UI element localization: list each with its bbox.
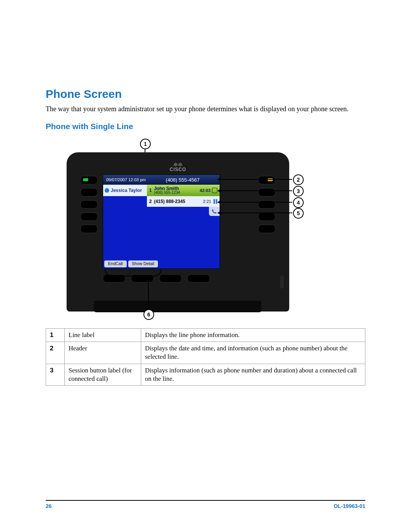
phone-base (94, 301, 261, 312)
legend-table: 1 Line label Displays the line phone inf… (46, 328, 365, 385)
screen-header: 09/07/2007 12:03 pm (408) 555-4567 (103, 175, 220, 185)
lead-3 (220, 190, 292, 191)
arrow-4 (217, 200, 221, 204)
line-button-3[interactable] (80, 200, 98, 209)
heading-single-line: Phone with Single Line (46, 122, 365, 131)
cisco-logo-text: CISCO (170, 167, 186, 172)
table-row: 2 Header Displays the date and time, and… (46, 342, 365, 364)
legend-desc: Displays information (such as phone numb… (141, 364, 365, 385)
table-row: 3 Session button label (for connected ca… (46, 364, 365, 385)
lead-2 (220, 179, 292, 180)
line-button-4[interactable] (80, 212, 98, 221)
callout-3: 3 (293, 186, 304, 197)
softkey-button-4[interactable] (187, 274, 210, 283)
session-index: 1 (149, 188, 152, 193)
legend-desc: Displays the line phone information. (141, 329, 365, 342)
legend-desc: Displays the date and time, and informat… (141, 342, 365, 364)
page-number: 26 (46, 503, 52, 509)
line-button-2[interactable] (80, 188, 98, 197)
heading-phone-screen: Phone Screen (46, 88, 365, 101)
session-duration: 42:03 (200, 188, 210, 193)
lead-5 (220, 212, 292, 213)
line-button-1[interactable] (80, 176, 98, 184)
legend-label: Header (65, 342, 141, 364)
line-label-text: Jessica Taylor (111, 188, 142, 193)
line-label: Jessica Taylor (103, 185, 147, 196)
softkey-showdetail[interactable]: Show Detail (128, 260, 158, 267)
figure-id: 252625 (280, 276, 284, 288)
legend-num: 1 (46, 329, 65, 342)
callout-5: 5 (293, 208, 304, 219)
presence-icon (105, 188, 109, 193)
callout-4: 4 (293, 197, 304, 208)
page-footer: 26 OL-19963-01 (46, 500, 365, 509)
brace-softkeys (105, 269, 162, 276)
arrow-2 (217, 177, 221, 181)
header-date: 09/07/2007 (106, 177, 127, 182)
lead-6 (148, 276, 149, 309)
legend-num: 3 (46, 364, 65, 385)
legend-num: 2 (46, 342, 65, 364)
left-line-buttons (80, 176, 98, 233)
session2-index: 2 (149, 199, 152, 204)
legend-label: Line label (65, 329, 141, 342)
callout-1: 1 (140, 139, 151, 149)
session-row-held: 2 (415) 888-2345 2:21 (147, 196, 220, 207)
session-row-connected: 1 John Smith (408) 555-1234 42:03 (147, 185, 220, 196)
hold-icon (213, 199, 217, 204)
arrow-5 (217, 211, 221, 215)
softkey-bar: EndCall Show Detail (103, 259, 220, 268)
phone-bezel: .ı|ı.ı|ı. CISCO 09/07/200 (67, 152, 289, 312)
session2-number: (415) 888-2345 (154, 199, 185, 204)
table-row: 1 Line label Displays the line phone inf… (46, 329, 365, 342)
session-button-2[interactable] (258, 188, 276, 197)
right-session-buttons (258, 176, 276, 233)
lead-4 (220, 202, 292, 203)
session2-duration: 2:21 (203, 199, 211, 204)
softkey-endcall[interactable]: EndCall (104, 260, 127, 267)
cisco-logo-bars: .ı|ı.ı|ı. (173, 162, 183, 166)
legend-label: Session button label (for connected call… (65, 364, 141, 385)
phone-diagram: 1 .ı|ı.ı|ı. CISCO (67, 141, 341, 324)
phone-screen-lcd: 09/07/2007 12:03 pm (408) 555-4567 Jessi… (103, 174, 220, 269)
session-button-4[interactable] (258, 212, 276, 221)
cisco-logo: .ı|ı.ı|ı. CISCO (67, 161, 289, 172)
connected-call-icon (212, 188, 217, 193)
document-id: OL-19963-01 (334, 503, 365, 509)
session-button-1[interactable] (258, 176, 276, 184)
intro-paragraph: The way that your system administrator s… (46, 104, 365, 113)
callout-2: 2 (293, 174, 304, 185)
handset-icon (212, 209, 217, 214)
line-button-5[interactable] (80, 225, 98, 233)
session-button-5[interactable] (258, 225, 276, 233)
session-caller-number: (408) 555-1234 (154, 191, 180, 195)
header-time: 12:03 pm (128, 177, 146, 182)
softkey-button-3[interactable] (159, 274, 182, 283)
callout-6: 6 (143, 309, 154, 320)
header-phone-number: (408) 555-4567 (166, 177, 200, 183)
arrow-3 (217, 189, 221, 193)
